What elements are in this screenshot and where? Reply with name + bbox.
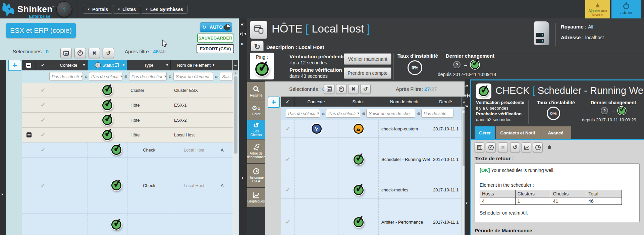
- row-check-icon[interactable]: ✓: [41, 131, 45, 138]
- resize-icon[interactable]: [240, 32, 246, 36]
- table-row[interactable]: ✓ check-loop-custom 2017-10-11 1: [281, 120, 462, 138]
- table-row[interactable]: ✓ CheckLocal HostA: [22, 158, 233, 214]
- acknowledge-button[interactable]: Prendre en compte: [344, 67, 391, 79]
- table-row[interactable]: ✓ Scheduler - Running Well 2017-10-11 1: [281, 138, 462, 181]
- tools-button[interactable]: ✖: [348, 84, 359, 94]
- column-header-nom[interactable]: Nom de l'élément▼: [171, 60, 217, 70]
- row-check-icon[interactable]: ✓: [285, 156, 290, 163]
- expand-panel-icon[interactable]: ›: [1, 191, 3, 197]
- save-button[interactable]: SAUVEGARDER: [197, 34, 233, 43]
- check-type-button[interactable]: [476, 83, 491, 99]
- column-chooser-button[interactable]: ≡: [233, 60, 238, 70]
- expand-panel-icon[interactable]: ›: [241, 175, 243, 180]
- tools-button[interactable]: ✖: [89, 48, 100, 58]
- reset-button[interactable]: ↺: [103, 48, 114, 58]
- tools-button[interactable]: ✖: [498, 142, 508, 152]
- row-check-icon[interactable]: ✓: [41, 117, 45, 124]
- add-row-button[interactable]: +: [268, 97, 280, 108]
- row-check-icon[interactable]: ✓: [41, 182, 45, 189]
- row-check-icon[interactable]: ✓: [41, 87, 45, 94]
- host-type-button[interactable]: [250, 21, 267, 39]
- menu-syntheses[interactable]: ▼Les Synthèses: [141, 5, 187, 14]
- list-title-button[interactable]: ESX et ERP (copie): [6, 23, 76, 38]
- acknowledge-button[interactable]: [486, 142, 496, 152]
- table-row[interactable]: ✓ HôteESX-2: [22, 113, 233, 128]
- filter-name-input[interactable]: Saisir un nom de che: [366, 109, 415, 118]
- admin-user-button[interactable]: admin: [611, 0, 641, 18]
- select-all-header[interactable]: ✓: [36, 60, 50, 70]
- column-header-contexte[interactable]: Contexte: [294, 97, 338, 107]
- row-check-icon[interactable]: ✓: [285, 186, 290, 193]
- column-header-statut[interactable]: 1 Statut ▼: [88, 60, 127, 70]
- shinken-logo[interactable]: Shinken ™ Enterprise: [2, 1, 52, 17]
- sidebar-item-gerer[interactable]: ⚙⚙ Gérer: [247, 101, 265, 120]
- table-row[interactable]: [22, 214, 233, 235]
- table-row[interactable]: ✓ CheckLocal HostA: [22, 142, 233, 158]
- graph-button[interactable]: [522, 142, 531, 152]
- menu-listes[interactable]: ▼Listes: [113, 5, 140, 14]
- reset-button[interactable]: ↺: [360, 84, 371, 94]
- column-header-derniere[interactable]: Derniè: [430, 97, 462, 107]
- collapse-left-icon[interactable]: «: [241, 21, 244, 27]
- select-all-header[interactable]: ✓: [281, 97, 294, 107]
- schedule-downtime-button[interactable]: [324, 84, 334, 94]
- list-scrollbar[interactable]: ▲: [233, 70, 238, 235]
- tab-gerer[interactable]: Gérer: [475, 126, 495, 139]
- auto-refresh-toggle[interactable]: ↻ AUTO: [200, 22, 232, 32]
- column-header-statut[interactable]: Statut: [338, 97, 378, 107]
- add-favorites-button[interactable]: ★ Ajouter aux favoris: [585, 0, 610, 18]
- sidebar-item-resume[interactable]: Résumé: [247, 82, 265, 101]
- pin-button[interactable]: [544, 142, 554, 152]
- column-header-extra[interactable]: [217, 60, 232, 70]
- column-header-type[interactable]: Type▼: [127, 60, 171, 70]
- tab-avance[interactable]: Avancé: [540, 126, 571, 139]
- sidebar-item-historique[interactable]: Historique / SLA: [247, 164, 265, 187]
- scrollbar-thumb[interactable]: [234, 76, 237, 154]
- history-button[interactable]: [533, 142, 543, 152]
- table-row[interactable]: ✓ HôteESX-1: [22, 98, 233, 113]
- filter-type-dropdown[interactable]: Pas de sélectior▼: [129, 72, 167, 81]
- table-row[interactable]: ✓ ClusterCluster ESX: [22, 83, 233, 98]
- row-check-icon[interactable]: ✓: [285, 125, 290, 132]
- filter-contexte-dropdown[interactable]: Pas de sélecti▼: [286, 109, 320, 118]
- schedule-downtime-button[interactable]: [60, 48, 72, 58]
- filter-last-dropdown[interactable]: Pas de séle: [421, 109, 453, 118]
- menu-portals[interactable]: ▼Portals: [83, 5, 112, 14]
- scroll-top-button[interactable]: ↑: [56, 1, 72, 17]
- acknowledge-button[interactable]: [336, 84, 346, 94]
- table-row[interactable]: ✓ check-metrics 2017-10-11 1: [281, 181, 462, 199]
- collapse-right-icon[interactable]: »: [465, 103, 468, 109]
- collapse-row-icon[interactable]: [26, 132, 32, 137]
- collapse-all-header[interactable]: [22, 60, 36, 70]
- filter-statut-dropdown[interactable]: Pas de sélecti▼: [89, 72, 122, 81]
- scroll-up-icon[interactable]: ▲: [233, 70, 238, 75]
- add-row-button[interactable]: +: [8, 60, 21, 71]
- admin-label: admin: [620, 10, 632, 15]
- collapse-left-icon[interactable]: «: [465, 83, 468, 89]
- filter-statut-dropdown[interactable]: Pas de sélecti▼: [326, 109, 360, 118]
- expand-panel-icon[interactable]: ›: [466, 199, 468, 205]
- after-filter-count: Après filtre : 46/46: [125, 49, 166, 54]
- row-check-icon[interactable]: ✓: [41, 102, 45, 109]
- column-header-contexte[interactable]: Contexte▼: [50, 60, 88, 70]
- table-row[interactable]: ✓ Arbiter - Performance 2017-10-11 1: [281, 199, 462, 235]
- collapse-right-icon[interactable]: »: [241, 41, 244, 46]
- row-check-icon[interactable]: ✓: [285, 219, 290, 226]
- filter-name-input[interactable]: Saisir un élément: [173, 72, 213, 81]
- filter-extra-input[interactable]: Sais: [220, 72, 232, 81]
- check-now-button[interactable]: Vérifier maintenant: [344, 53, 391, 65]
- schedule-downtime-button[interactable]: [475, 142, 484, 152]
- chevron-down-icon: ▼: [122, 63, 125, 67]
- acknowledge-button[interactable]: [74, 48, 86, 58]
- sidebar-item-arbre[interactable]: Arbre de dépendance: [247, 139, 265, 163]
- table-row[interactable]: ✓ HôteLocal Host: [22, 128, 233, 142]
- row-check-icon[interactable]: ✓: [41, 146, 45, 154]
- reset-button[interactable]: ↺: [510, 142, 520, 152]
- sidebar-item-graphiques[interactable]: Graphiques: [247, 188, 265, 207]
- tab-contacts-notif[interactable]: Contacts et Notif: [496, 126, 540, 139]
- column-header-nom-check[interactable]: Nom de check: [378, 97, 430, 107]
- resize-icon[interactable]: [465, 94, 470, 98]
- sidebar-item-les-checks[interactable]: ↺ Les Checks: [247, 120, 265, 139]
- filter-contexte-dropdown[interactable]: Pas de sélecti▼: [49, 72, 83, 81]
- export-csv-button[interactable]: EXPORT (CSV): [197, 44, 234, 53]
